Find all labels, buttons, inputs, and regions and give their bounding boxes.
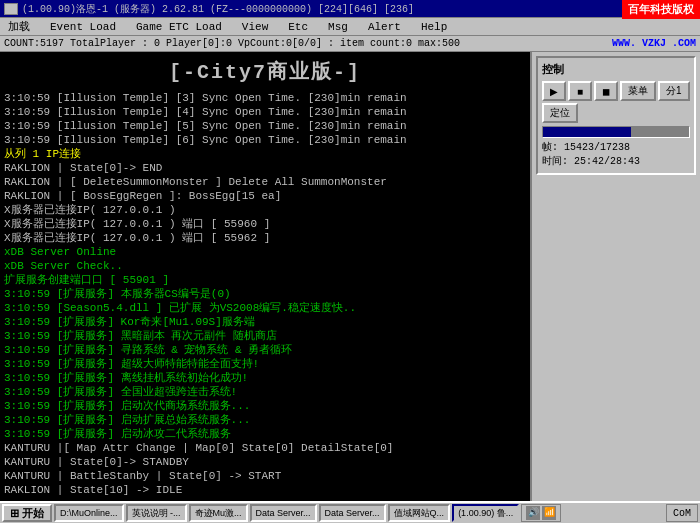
log-line: 3:10:59 [扩展服务] 超级大师特能特能全面支持! [4, 357, 526, 371]
stop-button[interactable]: ■ [568, 81, 592, 101]
log-line: 3:10:59 [Illusion Temple] [5] Sync Open … [4, 119, 526, 133]
log-line: RAKLION | State[0]-> END [4, 161, 526, 175]
log-line: KANTURU | BattleStanby | State[0] -> STA… [4, 469, 526, 483]
log-line: 3:10:59 [扩展服务] 全国业超强跨连击系统! [4, 385, 526, 399]
status-info: 帧: 15423/17238 时间: 25:42/28:43 [542, 141, 690, 169]
taskbar-btn-0[interactable]: D:\MuOnline... [54, 504, 124, 522]
status-frames: 帧: 15423/17238 [542, 141, 690, 155]
control-box: 控制 ▶ ■ ◼ 菜单 分1 定位 帧: 15423/17238 时间: 25:… [536, 56, 696, 175]
title-bar: ■ (1.00.90)洛恩-1 (服务器) 2.62.81 (FZ---0000… [0, 0, 700, 18]
menu-load[interactable]: 加载 [4, 19, 34, 34]
log-line: 3:10:59 [扩展服务] Kor奇来[Mu1.09S]服务端 [4, 315, 526, 329]
start-label: 开始 [22, 506, 44, 521]
right-panel: 控制 ▶ ■ ◼ 菜单 分1 定位 帧: 15423/17238 时间: 25:… [530, 52, 700, 501]
console: [-City7商业版-] 3:10:59 [Illusion Temple] [… [0, 52, 530, 501]
status-top: COUNT:5197 TotalPlayer : 0 Player[0]:0 V… [0, 36, 700, 52]
log-line: 3:10:59 [扩展服务] 离线挂机系统初始化成功! [4, 371, 526, 385]
taskbar-time: CoM [666, 504, 698, 522]
menu-msg[interactable]: Msg [324, 21, 352, 33]
control-buttons-row: ▶ ■ ◼ 菜单 分1 定位 [542, 81, 690, 123]
pause-button[interactable]: ◼ [594, 81, 618, 101]
log-line: X服务器已连接IP( 127.0.0.1 ) 端口 [ 55962 ] [4, 231, 526, 245]
start-icon: ⊞ [10, 507, 19, 520]
status-count: COUNT:5197 TotalPlayer : 0 Player[0]:0 V… [4, 38, 460, 49]
title-left: ■ (1.00.90)洛恩-1 (服务器) 2.62.81 (FZ---0000… [4, 2, 414, 16]
taskbar: ⊞ 开始 D:\MuOnline... 英说说明 -... 奇迹Mu激... D… [0, 501, 700, 523]
menu-game-etc[interactable]: Game ETC Load [132, 21, 226, 33]
tray-icon-2: 📶 [542, 506, 556, 520]
log-line: 3:10:59 [扩展服务] 本服务器CS编号是(0) [4, 287, 526, 301]
log-line: RAKLION | State[10] -> IDLE [4, 483, 526, 497]
menu-alert[interactable]: Alert [364, 21, 405, 33]
menu-button[interactable]: 菜单 [620, 81, 656, 101]
console-title: [-City7商业版-] [4, 58, 526, 85]
status-time: 时间: 25:42/28:43 [542, 155, 690, 169]
log-line: 3:10:59 [扩展服务] 启动次代商场系统服务... [4, 399, 526, 413]
menu-event-load[interactable]: Event Load [46, 21, 120, 33]
tray-icon-1: 🔊 [526, 506, 540, 520]
log-line: xDB Server Online [4, 245, 526, 259]
website-text: WWW. VZKJ .COM [612, 38, 696, 49]
log-line: 3:10:59 [扩展服务] 寻路系统 & 宠物系统 & 勇者循环 [4, 343, 526, 357]
log-line: X服务器已连接IP( 127.0.0.1 ) [4, 203, 526, 217]
window-title: (1.00.90)洛恩-1 (服务器) 2.62.81 (FZ---000000… [22, 2, 414, 16]
log-line: RAKLION | [ BossEggRegen ]: BossEgg[15 e… [4, 189, 526, 203]
menu-etc[interactable]: Etc [284, 21, 312, 33]
log-line: 3:10:59 [Illusion Temple] [6] Sync Open … [4, 133, 526, 147]
progress-bar [542, 126, 690, 138]
log-line: KANTURU |[ Map Attr Change | Map[0] Stat… [4, 441, 526, 455]
log-line: 扩展服务创建端口口 [ 55901 ] [4, 273, 526, 287]
main-area: [-City7商业版-] 3:10:59 [Illusion Temple] [… [0, 52, 700, 501]
split-button[interactable]: 分1 [658, 81, 690, 101]
log-line: 从列 1 IP连接 [4, 147, 526, 161]
menu-help[interactable]: Help [417, 21, 451, 33]
menu-view[interactable]: View [238, 21, 272, 33]
log-line: xDB Server Check.. [4, 259, 526, 273]
progress-fill [543, 127, 631, 137]
position-button[interactable]: 定位 [542, 103, 578, 123]
log-line: RAKLION | [ DeleteSummonMonster ] Delete… [4, 175, 526, 189]
taskbar-btn-5[interactable]: 值域网站Q... [388, 504, 451, 522]
taskbar-btn-6[interactable]: (1.00.90) 鲁... [452, 504, 519, 522]
log-line: 3:10:59 [扩展服务] 黑暗副本 再次元副件 随机商店 [4, 329, 526, 343]
system-tray: 🔊 📶 [521, 504, 561, 522]
log-line: 3:10:59 [Illusion Temple] [3] Sync Open … [4, 91, 526, 105]
log-line: 3:10:59 [扩展服务] 启动扩展总始系统服务... [4, 413, 526, 427]
website-badge: 百年科技版权 [622, 0, 700, 19]
log-container: 3:10:59 [Illusion Temple] [3] Sync Open … [4, 91, 526, 497]
app-icon[interactable]: ■ [4, 3, 18, 15]
log-line: KANTURU | State[0]-> STANDBY [4, 455, 526, 469]
log-line: 3:10:59 [Season5.4.dll ] 已扩展 为VS2008编写.稳… [4, 301, 526, 315]
taskbar-btn-3[interactable]: Data Server... [250, 504, 317, 522]
control-box-title: 控制 [542, 62, 690, 77]
taskbar-btn-1[interactable]: 英说说明 -... [126, 504, 187, 522]
log-line: 3:10:59 [Illusion Temple] [4] Sync Open … [4, 105, 526, 119]
log-line: 3:10:59 [扩展服务] 启动冰攻二代系统服务 [4, 427, 526, 441]
taskbar-btn-2[interactable]: 奇迹Mu激... [189, 504, 248, 522]
play-button[interactable]: ▶ [542, 81, 566, 101]
start-button[interactable]: ⊞ 开始 [2, 504, 52, 522]
menu-bar: 加载 Event Load Game ETC Load View Etc Msg… [0, 18, 700, 36]
taskbar-btn-4[interactable]: Data Server... [319, 504, 386, 522]
log-line: X服务器已连接IP( 127.0.0.1 ) 端口 [ 55960 ] [4, 217, 526, 231]
